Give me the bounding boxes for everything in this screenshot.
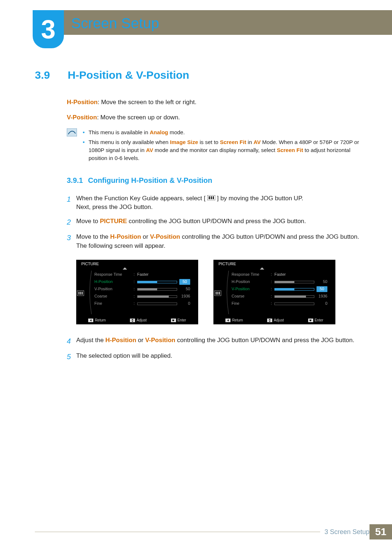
svg-rect-18 <box>216 292 217 295</box>
osd-item-label: Coarse <box>94 294 134 299</box>
osd-adjust-label: Adjust <box>267 318 284 323</box>
note-list: This menu is available in Analog mode.Th… <box>81 128 363 164</box>
osd-slider-value: 50 <box>317 286 327 292</box>
note-item: This menu is only available when Image S… <box>81 138 363 162</box>
osd-row-step: PICTUREResponse Time:FasterH-Position:50… <box>67 255 363 331</box>
chapter-number-tab: 3 <box>33 10 64 48</box>
osd-curve-decoration <box>225 271 229 314</box>
osd-item-value: 50 <box>137 279 193 285</box>
svg-rect-3 <box>211 196 212 199</box>
section-number: 3.9 <box>35 69 66 81</box>
osd-item: Fine:0 <box>94 300 193 307</box>
osd-slider-value: 0 <box>179 301 190 307</box>
osd-up-arrow-icon <box>91 267 160 271</box>
step-number: 5 <box>67 352 76 362</box>
section-heading: 3.9 H-Position & V-Position <box>35 69 363 81</box>
svg-rect-7 <box>78 292 79 295</box>
step-number: 1 <box>67 194 76 212</box>
osd-item-label: V-Position <box>232 286 271 292</box>
osd-title: PICTURE <box>81 261 99 267</box>
osd-side-menu-icon <box>77 290 84 298</box>
osd-slider <box>274 303 314 305</box>
osd-slider-value: 50 <box>179 279 190 285</box>
osd-slider-value: 0 <box>317 301 327 307</box>
osd-item-value: 1936 <box>137 294 193 299</box>
osd-item-label: H-Position <box>232 279 271 285</box>
osd-item-value: 50 <box>274 286 330 292</box>
osd-item-value: 1936 <box>274 294 330 299</box>
osd-item: V-Position:50 <box>94 286 193 292</box>
step: 3Move to the H-Position or V-Position co… <box>67 233 363 250</box>
step-body: Move to PICTURE controlling the JOG butt… <box>76 217 363 227</box>
svg-rect-2 <box>209 196 210 199</box>
osd-item-label: Fine <box>94 301 134 307</box>
osd-slider-value: 50 <box>179 286 190 292</box>
subsection-heading: 3.9.1Configuring H-Position & V-Position <box>67 175 363 185</box>
osd-item: Response Time:Faster <box>94 271 193 278</box>
step-number: 3 <box>67 233 76 250</box>
osd-item-value: 50 <box>274 279 330 285</box>
osd-footer: ReturnAdjustEnter <box>76 318 198 323</box>
osd-slider <box>274 295 314 298</box>
svg-rect-0 <box>67 128 77 136</box>
osd-enter-label: Enter <box>308 318 323 323</box>
osd-panel: PICTUREResponse Time:FasterH-Position:50… <box>213 260 335 324</box>
osd-item-label: Fine <box>232 301 271 307</box>
subsection-number: 3.9.1 <box>67 176 83 184</box>
osd-title: PICTURE <box>219 261 236 267</box>
chapter-title: Screen Setup <box>71 15 159 32</box>
osd-item: Coarse:1936 <box>232 293 330 300</box>
osd-slider <box>274 288 314 291</box>
osd-adjust-label: Adjust <box>130 318 147 323</box>
osd-item-value: 50 <box>137 286 193 292</box>
svg-rect-19 <box>217 292 219 295</box>
chapter-number: 3 <box>41 15 56 44</box>
step: 2Move to PICTURE controlling the JOG but… <box>67 217 363 227</box>
note-icon <box>67 128 81 137</box>
step-list: 1When the Function Key Guide appears, se… <box>67 194 363 362</box>
osd-return-label: Return <box>88 318 106 323</box>
osd-item: Response Time:Faster <box>232 271 330 278</box>
hposition-description: H-Position: Move the screen to the left … <box>67 98 363 107</box>
osd-item-label: Response Time <box>232 272 271 278</box>
svg-marker-5 <box>123 267 127 270</box>
step-number: 2 <box>67 217 76 227</box>
osd-item-label: V-Position <box>94 286 134 292</box>
svg-rect-4 <box>213 196 214 199</box>
osd-item-value: Faster <box>274 272 330 278</box>
osd-items: Response Time:FasterH-Position:50V-Posit… <box>232 271 330 308</box>
osd-slider <box>137 295 177 298</box>
osd-slider <box>137 288 177 291</box>
step: 4Adjust the H-Position or V-Position con… <box>67 336 363 346</box>
osd-panel: PICTUREResponse Time:FasterH-Position:50… <box>76 260 198 324</box>
osd-item: H-Position:50 <box>94 279 193 285</box>
step: 5The selected option will be applied. <box>67 352 363 362</box>
osd-item-value: Faster <box>137 272 193 278</box>
step-body: The selected option will be applied. <box>76 352 363 362</box>
osd-items: Response Time:FasterH-Position:50V-Posit… <box>94 271 193 308</box>
note-block: This menu is available in Analog mode.Th… <box>67 128 363 164</box>
subsection-title: Configuring H-Position & V-Position <box>88 176 212 184</box>
osd-row: PICTUREResponse Time:FasterH-Position:50… <box>76 260 363 324</box>
svg-rect-8 <box>80 292 81 295</box>
osd-enter-label: Enter <box>171 318 186 323</box>
note-item: This menu is available in Analog mode. <box>81 128 363 136</box>
osd-curve-decoration <box>88 271 92 314</box>
osd-slider-value: 50 <box>317 279 327 285</box>
osd-side-menu-icon <box>214 290 221 298</box>
osd-item-label: Coarse <box>232 294 271 299</box>
osd-item-value: 0 <box>137 301 193 307</box>
osd-item: Coarse:1936 <box>94 293 193 300</box>
osd-slider <box>137 303 177 305</box>
osd-up-arrow-icon <box>229 267 298 271</box>
page-footer: 3 Screen Setup 51 <box>35 524 392 539</box>
section-title: H-Position & V-Position <box>68 69 189 81</box>
osd-slider-value: 1936 <box>317 294 327 299</box>
vposition-description: V-Position: Move the screen up or down. <box>67 113 363 122</box>
osd-item-value: 0 <box>274 301 330 307</box>
osd-slider-value: 1936 <box>179 294 190 299</box>
osd-item-label: Response Time <box>94 272 134 278</box>
footer-page-number: 51 <box>369 524 392 539</box>
step-body: When the Function Key Guide appears, sel… <box>76 194 363 212</box>
svg-rect-20 <box>219 292 220 295</box>
